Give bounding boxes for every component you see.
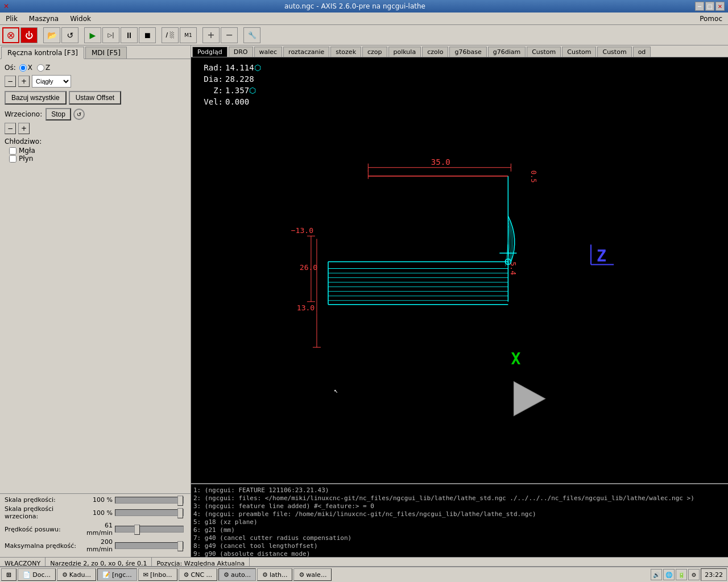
tray-vol-icon[interactable]: 🔊	[651, 569, 662, 580]
menu-pomoc[interactable]: Pomoc	[696, 14, 726, 24]
increment-button[interactable]: +	[18, 76, 30, 87]
home-all-button[interactable]: Bazuj wszystkie	[5, 91, 67, 105]
kadu-label: Kadu...	[69, 571, 91, 579]
plyn-checkbox[interactable]	[9, 155, 16, 163]
step-button[interactable]: ▷|	[102, 27, 119, 43]
taskbar-auto[interactable]: ⚙ auto...	[218, 568, 256, 581]
power-button[interactable]: ⏻	[20, 27, 38, 43]
svg-text:35.0: 35.0	[431, 157, 450, 167]
tray-net-icon[interactable]: 🌐	[663, 569, 675, 580]
tab-czolo[interactable]: czolo	[422, 47, 448, 57]
main-area: Ręczna kontrola [F3] MDI [F5] Oś: X Z	[0, 45, 728, 557]
axis-x-radio[interactable]: X	[19, 64, 32, 72]
taskbar-cnc[interactable]: ⚙ CNC ...	[179, 568, 217, 581]
jog-minus-button[interactable]: −	[221, 27, 238, 43]
ngc-label: [ngc...	[112, 571, 132, 579]
tab-custom3[interactable]: Custom	[597, 47, 631, 57]
speed-scale-value: 100 %	[84, 496, 113, 504]
toolbar: ⊗ ⏻ 📂 ↺ ▶ ▷| ⏸ ⏹ / ░ M1 + − 🔧	[0, 25, 728, 45]
spindle-scale-thumb[interactable]	[177, 508, 183, 518]
max-speed-track[interactable]	[115, 542, 184, 549]
spindle-icon: ↺	[73, 109, 85, 120]
close-button[interactable]: ✕	[715, 2, 725, 11]
set-offset-button[interactable]: Ustaw Offset	[69, 91, 121, 105]
tab-czop[interactable]: czop	[362, 47, 387, 57]
tool-button[interactable]: 🔧	[243, 27, 260, 43]
tab-g76base[interactable]: g76base	[449, 47, 486, 57]
taskbar-lath[interactable]: ⚙ lath...	[257, 568, 292, 581]
log-line-5: 5: g18 (xz plane)	[193, 518, 726, 526]
feed-rate-label: Prędkość posuwu:	[5, 526, 84, 533]
feed-rate-track[interactable]	[115, 526, 184, 533]
increment-row: − + Ciągły Krokowy	[5, 75, 186, 88]
speed-scale-thumb[interactable]	[177, 496, 183, 506]
tab-od[interactable]: od	[633, 47, 651, 57]
tray-battery-icon: 🔋	[676, 569, 687, 580]
spindle-scale-value: 100 %	[84, 509, 113, 517]
cnc-viewport[interactable]: Rad: 14.114⬡ Dia: 28.228 Z: 1.357⬡ Vel: …	[191, 57, 728, 483]
tab-custom1[interactable]: Custom	[527, 47, 561, 57]
block-delete-button[interactable]: / ░	[162, 27, 179, 43]
taskbar-inbox[interactable]: ✉ [Inbo...	[138, 568, 177, 581]
svg-text:13.0: 13.0	[297, 304, 315, 312]
menu-widok[interactable]: Widok	[67, 14, 94, 24]
spindle-scale-track[interactable]	[115, 509, 184, 516]
tab-g76diam[interactable]: g76diam	[488, 47, 526, 57]
start-button[interactable]: ⊞	[1, 568, 16, 581]
optional-stop-button[interactable]: M1	[180, 27, 197, 43]
spindle-minus-button[interactable]: −	[5, 123, 16, 134]
axis-label: Oś:	[5, 64, 16, 72]
spindle-speed-row: − +	[5, 123, 186, 134]
emergency-stop-button[interactable]: ⊗	[2, 27, 19, 43]
tab-dro[interactable]: DRO	[229, 47, 253, 57]
taskbar: ⊞ 📄 Doc... ⚙ Kadu... 📝 [ngc... ✉ [Inbo..…	[0, 566, 728, 582]
taskbar-doc[interactable]: 📄 Doc...	[18, 568, 56, 581]
menu-plik[interactable]: Plik	[2, 14, 21, 24]
tab-walec[interactable]: walec	[254, 47, 283, 57]
pause-button[interactable]: ⏸	[121, 27, 138, 43]
speed-scale-track[interactable]	[115, 497, 184, 504]
tab-mdi[interactable]: MDI [F5]	[85, 47, 127, 59]
maximize-button[interactable]: □	[705, 2, 714, 11]
spindle-scale-label: Skala prędkości wrzeciona:	[5, 505, 84, 520]
tab-podglad[interactable]: Podgląd	[192, 47, 228, 57]
menu-maszyna[interactable]: Maszyna	[26, 14, 62, 24]
axis-z-radio[interactable]: Z	[37, 64, 50, 72]
taskbar-wale[interactable]: ⚙ wale...	[293, 568, 332, 581]
reload-button[interactable]: ↺	[61, 27, 78, 43]
tab-stozek[interactable]: stozek	[330, 47, 361, 57]
titlebar: ✕ auto.ngc - AXIS 2.6.0-pre na ngcgui-la…	[0, 0, 728, 13]
spindle-plus-button[interactable]: +	[18, 123, 30, 134]
svg-text:↖: ↖	[334, 386, 338, 394]
taskbar-kadu[interactable]: ⚙ Kadu...	[57, 568, 96, 581]
tab-roztaczanie[interactable]: roztaczanie	[283, 47, 329, 57]
svg-text:26.0: 26.0	[300, 264, 317, 272]
stop-run-button[interactable]: ⏹	[139, 27, 156, 43]
decrement-button[interactable]: −	[5, 76, 16, 87]
log-line-4: 4: (ngcgui: preamble file: /home/miki/li…	[193, 510, 726, 518]
ngc-icon: 📝	[102, 571, 110, 579]
wrzeciono-label: Wrzeciono:	[5, 110, 42, 118]
window-title: auto.ngc - AXIS 2.6.0-pre na ngcgui-lath…	[15, 2, 695, 10]
tab-manual[interactable]: Ręczna kontrola [F3]	[1, 47, 84, 59]
auto-label: auto...	[231, 571, 251, 579]
max-speed-row: Maksymalna prędkość: 200 mm/min	[5, 538, 186, 553]
axis-x-input[interactable]	[19, 64, 27, 72]
tab-polkula[interactable]: polkula	[388, 47, 421, 57]
spindle-stop-button[interactable]: Stop	[46, 108, 71, 120]
mode-select[interactable]: Ciągły Krokowy	[32, 75, 71, 88]
jog-plus-button[interactable]: +	[202, 27, 220, 43]
svg-text:X: X	[511, 350, 520, 368]
max-speed-thumb[interactable]	[177, 541, 183, 551]
mgla-checkbox[interactable]	[9, 147, 16, 155]
axis-z-input[interactable]	[37, 64, 44, 72]
run-button[interactable]: ▶	[84, 27, 101, 43]
cnc-label: CNC ...	[191, 571, 212, 579]
taskbar-ngc[interactable]: 📝 [ngc...	[97, 568, 137, 581]
log-line-7: 7: g40 (cancel cutter radius compensatio…	[193, 534, 726, 542]
minimize-button[interactable]: ─	[695, 2, 704, 11]
tray-settings-icon[interactable]: ⚙	[688, 569, 700, 580]
tab-custom2[interactable]: Custom	[562, 47, 596, 57]
feed-rate-thumb[interactable]	[134, 525, 140, 535]
open-button[interactable]: 📂	[43, 27, 60, 43]
